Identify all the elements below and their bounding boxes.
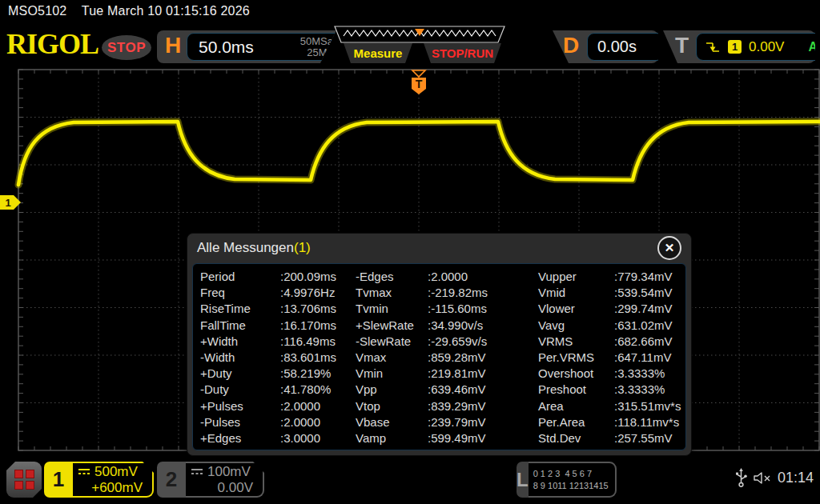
timebase-box[interactable]: 50.0ms 50MSa/s 25Mpts — [187, 33, 348, 61]
logic-row-2: 8 9 1011 12131415 — [533, 481, 609, 491]
speaker-muted-icon — [753, 471, 772, 485]
measurement-row: -Duty:41.780% — [200, 382, 356, 398]
delay-box[interactable]: 0.00s — [587, 33, 664, 61]
measurement-row: Per.Area:118.11mv*s — [538, 414, 684, 430]
run-state-badge: STOP — [102, 35, 151, 60]
channel1-box[interactable]: 1 500mV +600mV — [44, 462, 154, 498]
trigger-label: T — [675, 33, 689, 58]
measurement-row: Period:200.09ms — [200, 269, 356, 285]
measurement-row: +Width:116.49ms — [200, 334, 356, 350]
trigger-source-badge: 1 — [728, 40, 742, 54]
ch1-trace — [18, 122, 820, 185]
measurement-row: -Pulses:2.0000 — [200, 414, 356, 430]
channel1-number[interactable]: 1 — [44, 462, 73, 498]
measurements-panel-title: Alle Messungen — [197, 240, 294, 256]
measurement-row: VRMS:682.66mV — [538, 334, 684, 350]
measurement-row: Vbase:239.79mV — [356, 414, 538, 430]
measurement-row: Per.VRMS:647.11mV — [538, 350, 684, 366]
logic-row-1: 0 1 2 3 4 5 6 7 — [533, 469, 609, 479]
measurement-row: Vmax:859.28mV — [356, 350, 538, 366]
measurement-row: Vmin:219.81mV — [356, 366, 538, 382]
status-icons: 01:14 — [735, 468, 814, 487]
measurement-row: Vmid:539.54mV — [538, 285, 684, 301]
measurement-row: +Edges:3.0000 — [200, 430, 356, 446]
trigger-position-flag[interactable]: T — [412, 70, 426, 94]
measurements-column-2: -Edges:2.0000Tvmax:-219.82msTvmin:-115.6… — [356, 269, 538, 450]
measurement-row: Vavg:631.02mV — [538, 318, 684, 334]
memory-depth: 25Mpts — [307, 46, 341, 58]
measurement-row: Area:315.51mv*s — [538, 398, 684, 414]
delay-value: 0.00s — [597, 38, 637, 56]
channel1-settings[interactable]: 500mV +600mV — [73, 462, 154, 498]
top-status-line: MSO5102 Tue March 10 01:15:16 2026 — [8, 4, 250, 18]
delay-label: D — [563, 33, 579, 58]
measure-button[interactable]: Measure — [344, 43, 412, 63]
falling-edge-icon — [705, 40, 721, 54]
measurement-row: Freq:4.9976Hz — [200, 285, 356, 301]
measurement-row: FallTime:16.170ms — [200, 318, 356, 334]
svg-text:T: T — [416, 78, 423, 90]
all-measurements-panel: Alle Messungen (1) ✕ Period:200.09msFreq… — [187, 233, 692, 456]
measurement-row: +Duty:58.219% — [200, 366, 356, 382]
measurement-row: Tvmin:-115.60ms — [356, 301, 538, 317]
channel1-offset: +600mV — [78, 480, 146, 496]
measurement-row: Overshoot:3.3333% — [538, 366, 684, 382]
measurement-row: Vlower:299.74mV — [538, 301, 684, 317]
measurement-row: Tvmax:-219.82ms — [356, 285, 538, 301]
measurements-column-3: Vupper:779.34mVVmid:539.54mVVlower:299.7… — [538, 269, 684, 450]
close-icon[interactable]: ✕ — [657, 236, 681, 260]
channel2-offset: 0.00V — [191, 480, 256, 496]
datetime: Tue March 10 01:15:16 2026 — [82, 4, 250, 18]
memory-position-bar[interactable] — [334, 26, 505, 43]
ch1-trace-glow — [18, 122, 820, 185]
measurement-row: -SlewRate:-29.659v/s — [356, 334, 538, 350]
measurements-column-1: Period:200.09msFreq:4.9976HzRiseTime:13.… — [200, 269, 356, 450]
logic-label[interactable]: L — [517, 462, 529, 498]
trigger-level: 0.00V — [749, 39, 784, 55]
measurement-row: RiseTime:13.706ms — [200, 301, 356, 317]
dc-coupling-icon — [191, 468, 203, 475]
measurement-row: Vamp:599.49mV — [356, 430, 538, 446]
grid-icon — [14, 470, 34, 490]
horizontal-label: H — [165, 33, 181, 58]
channel1-scale: 500mV — [94, 464, 138, 480]
header-bar: RIGOL STOP H 50.0ms 50MSa/s 25Mpts Measu… — [0, 24, 820, 66]
timebase-value: 50.0ms — [199, 38, 254, 57]
measurement-row: Std.Dev:257.55mV — [538, 430, 684, 446]
logic-channel-list: 0 1 2 3 4 5 6 7 8 9 1011 12131415 — [529, 462, 617, 498]
measurements-table: Period:200.09msFreq:4.9976HzRiseTime:13.… — [192, 263, 686, 450]
measurement-row: Preshoot:3.3333% — [538, 382, 684, 398]
measurement-row: Vupper:779.34mV — [538, 269, 684, 285]
trigger-mode: A — [808, 40, 818, 54]
trigger-box[interactable]: 1 0.00V A — [696, 33, 820, 61]
usb-icon — [735, 468, 747, 487]
menu-grid-button[interactable] — [6, 462, 42, 498]
channel2-box[interactable]: 2 100mV 0.00V — [157, 462, 264, 498]
svg-text:1: 1 — [5, 197, 10, 209]
dc-coupling-icon — [78, 468, 90, 475]
rigol-logo: RIGOL — [6, 27, 98, 61]
channel2-number[interactable]: 2 — [157, 462, 186, 498]
channel2-settings[interactable]: 100mV 0.00V — [186, 462, 264, 498]
model-name: MSO5102 — [8, 4, 66, 18]
measurement-row: -Width:83.601ms — [200, 350, 356, 366]
bottom-bar: 1 500mV +600mV 2 100mV 0.00V — [0, 462, 820, 498]
horizontal-panel[interactable]: H 50.0ms 50MSa/s 25Mpts — [157, 30, 336, 63]
ch1-ground-marker[interactable]: 1 — [0, 195, 21, 210]
clock: 01:14 — [778, 470, 814, 486]
trigger-panel[interactable]: T 1 0.00V A — [663, 30, 815, 63]
measurement-row: Vtop:839.29mV — [356, 398, 538, 414]
measurement-row: Vpp:639.46mV — [356, 382, 538, 398]
measurement-row: +Pulses:2.0000 — [200, 398, 356, 414]
stop-run-button[interactable]: STOP/RUN — [424, 43, 501, 63]
measurements-panel-header[interactable]: Alle Messungen (1) ✕ — [187, 234, 691, 262]
measurements-source-count: (1) — [294, 240, 311, 256]
delay-panel[interactable]: D 0.00s — [553, 30, 658, 63]
logic-channels-box[interactable]: L 0 1 2 3 4 5 6 7 8 9 1011 12131415 — [517, 462, 597, 498]
channel2-scale: 100mV — [207, 464, 251, 480]
measurement-row: +SlewRate:34.990v/s — [356, 318, 538, 334]
measurement-row: -Edges:2.0000 — [356, 269, 538, 285]
